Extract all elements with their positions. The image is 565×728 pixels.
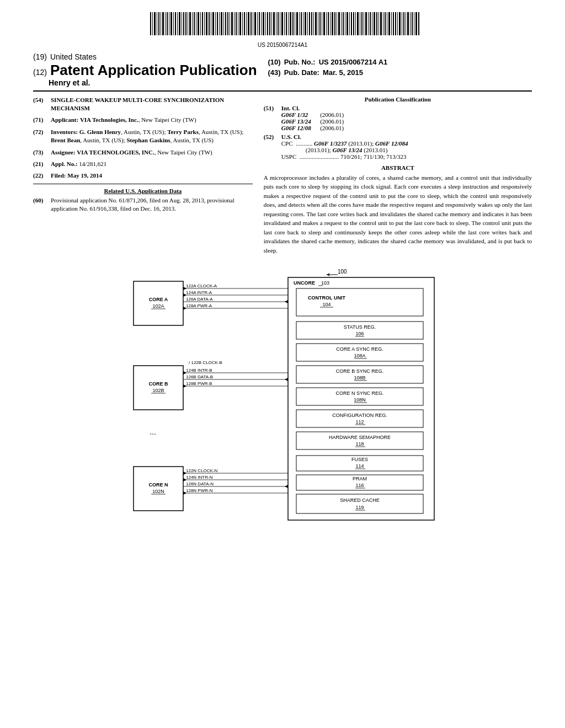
- svg-rect-61: [278, 12, 279, 35]
- svg-rect-54: [263, 12, 264, 35]
- svg-rect-28: [209, 12, 210, 35]
- svg-rect-13: [177, 12, 178, 35]
- header-right: (10) Pub. No.: US 2015/0067214 A1 (43) P…: [268, 52, 532, 77]
- svg-rect-47: [248, 12, 249, 35]
- field-72-num: (72): [33, 128, 51, 145]
- svg-rect-125: [412, 12, 413, 35]
- svg-rect-6: [162, 12, 164, 35]
- field-54: (54) SINGLE-CORE WAKEUP MULTI-CORE SYNCH…: [33, 96, 253, 113]
- svg-rect-30: [212, 12, 214, 35]
- signal-128a: 128A PWR-A: [186, 303, 212, 308]
- related-divider: [33, 184, 253, 184]
- right-column: Publication Classification (51) Int. Cl.…: [264, 96, 532, 255]
- svg-rect-19: [189, 12, 191, 35]
- svg-rect-116: [393, 12, 394, 35]
- svg-rect-101: [361, 12, 363, 35]
- svg-rect-21: [194, 12, 195, 35]
- svg-rect-123: [407, 12, 409, 35]
- field-22-num: (22): [33, 172, 51, 180]
- patent-page: US 20150067214A1 (19) United States (12)…: [0, 0, 565, 728]
- svg-rect-89: [337, 12, 337, 35]
- field-54-content: SINGLE-CORE WAKEUP MULTI-CORE SYNCHRONIZ…: [51, 96, 253, 113]
- svg-rect-49: [253, 12, 253, 35]
- barcode: [145, 11, 420, 39]
- svg-rect-22: [196, 12, 196, 35]
- svg-rect-83: [323, 12, 325, 35]
- svg-rect-64: [284, 12, 285, 35]
- svg-rect-11: [173, 12, 174, 35]
- pub-no-label: Pub. No.:: [284, 58, 316, 66]
- svg-rect-8: [167, 12, 168, 35]
- svg-rect-39: [231, 12, 233, 35]
- svg-rect-55: [265, 12, 266, 35]
- svg-rect-75: [307, 12, 308, 35]
- hw-semaphore-label: HARDWARE SEMAPHORE: [329, 435, 391, 440]
- svg-rect-10: [170, 12, 172, 35]
- ellipsis: ...: [150, 427, 156, 436]
- cu-label: CONTROL UNIT: [308, 295, 345, 301]
- pram-ref: 116: [355, 483, 364, 488]
- svg-rect-52: [259, 12, 260, 35]
- doc-type: Patent Application Publication: [50, 62, 257, 78]
- svg-rect-4: [158, 12, 159, 35]
- svg-rect-50: [254, 12, 256, 35]
- core-n-sync-ref: 108N: [354, 397, 366, 403]
- us-cl-row: (52) U.S. Cl. CPC ........... G06F 1/323…: [264, 133, 532, 160]
- field-72: (72) Inventors: G. Glenn Henry, Austin, …: [33, 128, 253, 145]
- diagram-area: 100 UNCORE 103 CONTROL UNIT 104 STATUS R…: [33, 264, 532, 523]
- status-reg-ref: 106: [355, 331, 364, 336]
- ref-100: 100: [338, 269, 347, 275]
- header-section: (19) United States (12) Patent Applicati…: [33, 52, 532, 87]
- field-71-num: (71): [33, 116, 51, 124]
- fuses-label: FUSES: [351, 457, 368, 462]
- int-cl-content: Int. Cl. G06F 1/32 (2006.01) G06F 13/24 …: [281, 105, 344, 131]
- field-21: (21) Appl. No.: 14/281,621: [33, 160, 253, 168]
- field-71: (71) Applicant: VIA Technologies, Inc., …: [33, 116, 253, 124]
- abstract-text: A microprocessor includes a plurality of…: [264, 173, 532, 255]
- field-60: (60) Provisional application No. 61/871,…: [33, 196, 253, 213]
- signal-122b-ref: / 122B CLOCK-B: [189, 360, 222, 365]
- svg-rect-71: [299, 12, 300, 35]
- field-73-content: Assignee: VIA TECHNOLOGIES, INC., New Ta…: [51, 148, 253, 157]
- svg-rect-45: [244, 12, 245, 35]
- signal-126a: 126A DATA-A: [186, 297, 213, 302]
- uncore-ref: 103: [321, 280, 329, 286]
- svg-rect-58: [271, 12, 272, 35]
- svg-rect-91: [341, 12, 342, 35]
- svg-rect-48: [250, 12, 252, 35]
- svg-rect-67: [290, 12, 291, 35]
- core-n-sync-label: CORE N SYNC REG.: [335, 390, 383, 396]
- svg-rect-120: [402, 12, 402, 35]
- related-data-title: Related U.S. Application Data: [33, 188, 253, 194]
- svg-rect-65: [286, 12, 287, 35]
- svg-rect-7: [165, 12, 166, 35]
- svg-rect-112: [385, 12, 386, 35]
- svg-rect-18: [188, 12, 188, 35]
- pub-no-value: US 2015/0067214 A1: [319, 58, 388, 66]
- svg-rect-103: [365, 12, 367, 35]
- svg-rect-70: [296, 12, 298, 35]
- svg-rect-76: [309, 12, 310, 35]
- svg-rect-1: [152, 12, 153, 35]
- pub-date-num: (43): [268, 68, 281, 77]
- us-cl-num: (52): [264, 133, 281, 160]
- pub-no-num: (10): [268, 58, 281, 66]
- signal-126b: 126B DATA-B: [186, 374, 213, 379]
- svg-rect-121: [403, 12, 404, 35]
- svg-rect-17: [185, 12, 186, 35]
- svg-rect-78: [313, 12, 314, 35]
- svg-rect-9: [169, 12, 169, 35]
- signal-128n: 128N PWR-N: [186, 488, 213, 493]
- svg-marker-177: [285, 485, 288, 488]
- pub-date-label: Pub. Date:: [284, 68, 319, 77]
- svg-rect-109: [379, 12, 379, 35]
- doc-num: (12): [33, 68, 47, 77]
- svg-rect-90: [338, 12, 340, 35]
- svg-rect-37: [227, 12, 228, 35]
- status-reg-label: STATUS REG.: [344, 324, 376, 330]
- svg-rect-32: [217, 12, 218, 35]
- svg-rect-16: [183, 12, 184, 35]
- field-72-content: Inventors: G. Glenn Henry, Austin, TX (U…: [51, 128, 253, 145]
- svg-rect-68: [292, 12, 294, 35]
- country: United States: [50, 52, 97, 61]
